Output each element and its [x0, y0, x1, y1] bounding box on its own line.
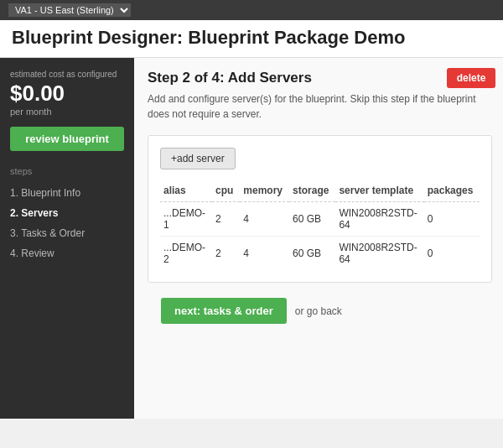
col-memory: memory [240, 181, 289, 202]
step-description: Add and configure server(s) for the blue… [148, 91, 492, 122]
cell-storage: 60 GB [289, 202, 335, 237]
server-panel: +add server alias cpu memory storage ser… [148, 135, 492, 283]
cost-value: $0.00 [10, 81, 124, 107]
cell-memory: 4 [240, 202, 289, 237]
cell-alias: ...DEMO-1 [160, 202, 212, 237]
col-cpu: cpu [212, 181, 240, 202]
cell-packages: 0 [424, 237, 480, 271]
cell-cpu: 2 [212, 237, 240, 271]
cost-period: per month [10, 107, 124, 117]
page-title: Blueprint Designer: Blueprint Package De… [0, 20, 503, 58]
sidebar-item-review[interactable]: 4. Review [10, 243, 124, 263]
cell-template: WIN2008R2STD-64 [335, 202, 423, 237]
cell-memory: 4 [240, 237, 289, 271]
steps-label: steps [10, 166, 124, 176]
content-area: delete Step 2 of 4: Add Servers Add and … [134, 58, 503, 419]
cell-alias: ...DEMO-2 [160, 237, 212, 271]
review-blueprint-button[interactable]: review blueprint [10, 127, 124, 151]
sidebar-item-tasks-order[interactable]: 3. Tasks & Order [10, 223, 124, 243]
delete-button[interactable]: delete [447, 68, 496, 88]
next-button[interactable]: next: tasks & order [161, 298, 287, 324]
sidebar: estimated cost as configured $0.00 per m… [0, 58, 134, 419]
sidebar-item-servers[interactable]: 2. Servers [10, 203, 124, 223]
col-server-template: server template [335, 181, 423, 202]
top-bar: VA1 - US East (Sterling) [0, 0, 503, 20]
col-storage: storage [289, 181, 335, 202]
main-layout: estimated cost as configured $0.00 per m… [0, 58, 503, 419]
server-table: alias cpu memory storage server template… [160, 181, 480, 270]
table-row[interactable]: ...DEMO-2 2 4 60 GB WIN2008R2STD-64 0 [160, 237, 480, 271]
col-packages: packages [424, 181, 480, 202]
cell-storage: 60 GB [289, 237, 335, 271]
add-server-button[interactable]: +add server [160, 148, 236, 169]
sidebar-item-blueprint-info[interactable]: 1. Blueprint Info [10, 183, 124, 203]
table-row[interactable]: ...DEMO-1 2 4 60 GB WIN2008R2STD-64 0 [160, 202, 480, 237]
col-alias: alias [160, 181, 212, 202]
cell-packages: 0 [424, 202, 480, 237]
region-selector[interactable]: VA1 - US East (Sterling) [8, 3, 131, 17]
cost-label: estimated cost as configured [10, 70, 124, 79]
go-back-link[interactable]: or go back [295, 305, 342, 317]
step-heading: Step 2 of 4: Add Servers [148, 70, 492, 86]
cell-cpu: 2 [212, 202, 240, 237]
cell-template: WIN2008R2STD-64 [335, 237, 423, 271]
bottom-nav: next: tasks & order or go back [148, 298, 492, 337]
